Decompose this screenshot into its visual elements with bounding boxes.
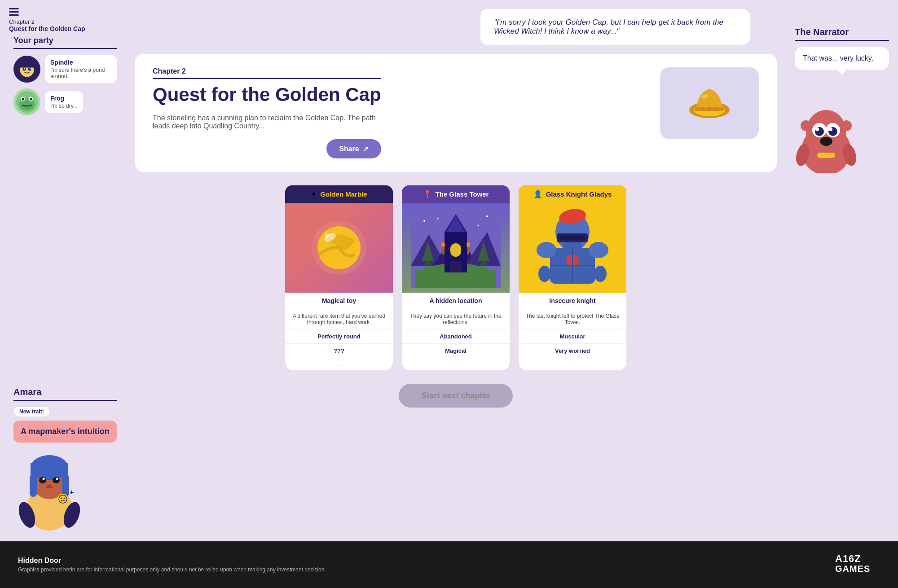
marble-card-icon: ✦ — [311, 190, 317, 198]
chapter-desc: The stoneling has a cunning plan to recl… — [153, 114, 377, 130]
left-sidebar: Your party — [0, 0, 126, 541]
avatar-frog — [13, 88, 40, 115]
svg-point-91 — [820, 137, 832, 146]
trait-value: A mapmaker's intuition — [13, 421, 117, 443]
start-next-chapter-button[interactable]: Start next chapter — [399, 384, 512, 408]
start-btn-wrapper: Start next chapter — [135, 384, 777, 408]
frog-character-icon — [15, 90, 39, 114]
svg-point-40 — [701, 108, 704, 110]
svg-point-6 — [24, 68, 26, 70]
tower-card-icon: 📍 — [423, 190, 432, 198]
svg-point-32 — [59, 495, 67, 503]
svg-point-41 — [715, 108, 718, 110]
svg-rect-60 — [450, 243, 461, 257]
svg-rect-94 — [817, 153, 835, 158]
chapter-card-left: Chapter 2 Quest for the Golden Cap The s… — [153, 67, 381, 158]
a16z-games-logo: A16Z GAMES — [835, 552, 880, 575]
frog-quote: I'm so dry... — [50, 103, 78, 109]
footer-disclaimer: Graphics provided herin are for informat… — [18, 566, 326, 573]
marble-card-subtitle: Magical toy — [285, 293, 393, 309]
svg-point-25 — [53, 477, 60, 483]
narrator-speech: That was... very lucky. — [795, 47, 889, 70]
svg-point-16 — [25, 101, 26, 103]
svg-point-93 — [841, 120, 852, 131]
svg-point-14 — [22, 98, 24, 100]
frog-name: Frog — [50, 95, 78, 102]
tower-card-attr-1: Abandoned — [402, 329, 510, 344]
svg-rect-75 — [559, 235, 586, 240]
knight-card-icon: 👤 — [533, 190, 542, 198]
narrator-character-icon — [795, 101, 858, 173]
avatar-spindle — [13, 56, 40, 83]
svg-point-7 — [30, 68, 31, 70]
card-marble-header: ✦ Golden Marble — [285, 185, 393, 203]
knight-card-desc: The last knight left to protect The Glas… — [519, 309, 626, 329]
svg-point-90 — [829, 127, 832, 131]
svg-text:A16Z: A16Z — [835, 553, 861, 564]
card-golden-marble[interactable]: ✦ Golden Marble — [285, 185, 393, 370]
knight-card-attr-1: Muscular — [519, 329, 626, 344]
cards-row: ✦ Golden Marble — [135, 185, 777, 370]
svg-point-69 — [437, 218, 439, 219]
right-sidebar: The Narrator That was... very lucky. — [790, 0, 898, 541]
spindle-name: Spindle — [50, 59, 111, 66]
marble-card-attr-2: ??? — [285, 344, 393, 358]
svg-rect-3 — [19, 63, 35, 67]
footer-brand: Hidden Door — [18, 557, 326, 565]
footer-logo: A16Z GAMES — [835, 552, 880, 577]
narrator-label: The Narrator — [795, 27, 889, 41]
party-member-spindle[interactable]: Spindle I'm sure there's a pond around. — [13, 55, 117, 83]
party-member-frog[interactable]: Frog I'm so dry... — [13, 88, 117, 115]
share-button[interactable]: Share ↗ — [326, 139, 381, 158]
tower-card-body: A hidden location They say you can see t… — [402, 293, 510, 370]
svg-point-63 — [441, 242, 445, 247]
chapter-num: Chapter 2 — [153, 67, 381, 79]
top-bar: Chapter 2 Quest for the Golden Cap — [0, 0, 117, 40]
menu-icon[interactable] — [9, 8, 108, 16]
knight-card-image — [519, 203, 626, 293]
glass-tower-illustration — [411, 207, 501, 288]
golden-marble-illustration — [310, 219, 368, 277]
card-glass-knight[interactable]: 👤 Glass Knight Gladys — [519, 185, 626, 370]
spindle-quote: I'm sure there's a pond around. — [50, 67, 111, 79]
golden-cap-icon — [682, 76, 736, 130]
marble-card-title: Golden Marble — [320, 190, 367, 198]
svg-point-46 — [325, 233, 329, 238]
marble-card-attr-1: Perfectly round — [285, 329, 393, 344]
svg-point-34 — [64, 498, 65, 499]
chapter-card: Chapter 2 Quest for the Golden Cap The s… — [135, 54, 777, 172]
svg-point-82 — [594, 266, 607, 282]
glass-knight-illustration — [537, 207, 608, 288]
card-glass-tower[interactable]: 📍 The Glass Tower — [402, 185, 510, 370]
svg-point-39 — [708, 107, 711, 111]
footer-left: Hidden Door Graphics provided herin are … — [18, 557, 326, 573]
svg-rect-52 — [415, 270, 496, 288]
svg-rect-21 — [31, 463, 68, 477]
tower-card-subtitle: A hidden location — [402, 293, 510, 309]
spindle-character-icon — [15, 57, 39, 81]
svg-point-68 — [478, 225, 479, 226]
card-knight-header: 👤 Glass Knight Gladys — [519, 185, 626, 203]
tower-card-desc: They say you can see the future in the r… — [402, 309, 510, 329]
share-label: Share — [339, 145, 359, 153]
frog-speech: Frog I'm so dry... — [45, 91, 83, 113]
marble-card-body: Magical toy A different rare item that y… — [285, 293, 393, 370]
svg-point-33 — [61, 498, 62, 499]
marble-card-image — [285, 203, 393, 293]
svg-point-81 — [538, 266, 551, 282]
svg-point-17 — [28, 101, 29, 103]
svg-point-71 — [537, 242, 556, 258]
svg-point-24 — [39, 477, 46, 483]
knight-card-body: Insecure knight The last knight left to … — [519, 293, 626, 370]
chapter-name: Quest for the Golden Cap — [153, 84, 381, 105]
svg-rect-22 — [30, 474, 37, 497]
svg-rect-23 — [62, 474, 69, 497]
svg-point-27 — [56, 478, 58, 480]
footer: Hidden Door Graphics provided herin are … — [0, 541, 898, 588]
share-icon: ↗ — [363, 145, 369, 153]
svg-point-26 — [43, 478, 45, 480]
svg-rect-61 — [450, 261, 462, 272]
svg-point-66 — [423, 220, 425, 222]
svg-point-15 — [30, 98, 32, 100]
knight-card-ellipsis: ... — [519, 358, 626, 370]
